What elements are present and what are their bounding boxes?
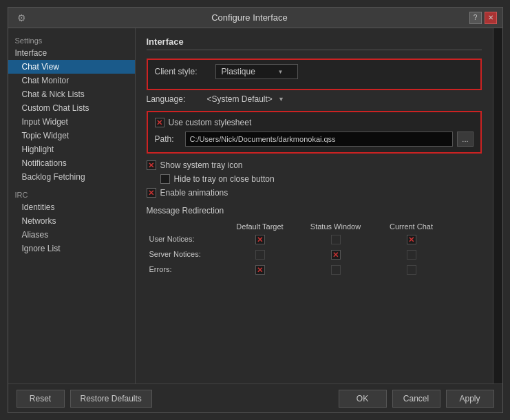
mr-server-notices-current-checkbox[interactable]: [407, 250, 416, 260]
sidebar-item-interface-group[interactable]: Interface: [8, 46, 135, 60]
section-title: Interface: [147, 36, 482, 50]
hide-tray-row: ✕ Hide to tray on close button: [160, 174, 482, 184]
sidebar-item-chat-nick-lists[interactable]: Chat & Nick Lists: [8, 87, 135, 101]
sidebar-item-backlog-fetching[interactable]: Backlog Fetching: [8, 170, 135, 184]
language-label: Language:: [147, 94, 202, 104]
sidebar: Settings Interface Chat View Chat Monito…: [8, 28, 136, 384]
mr-server-notices-default-checkbox[interactable]: [255, 250, 265, 260]
irc-label: IRC: [8, 188, 135, 200]
mr-header-empty: [147, 221, 222, 232]
message-redirection-grid: Default Target Status Window Current Cha…: [147, 221, 482, 277]
mr-errors-current: [374, 262, 449, 277]
language-row: Language: <System Default> ▼: [147, 94, 482, 104]
language-value: <System Default>: [207, 94, 273, 104]
mr-server-notices-default: [222, 247, 298, 262]
mr-server-notices-current: [374, 247, 449, 262]
show-system-tray-row: ✕ Show system tray icon: [147, 160, 482, 170]
sidebar-item-highlight[interactable]: Highlight: [8, 143, 135, 156]
ok-button[interactable]: OK: [339, 390, 387, 408]
hide-tray-checkbox[interactable]: ✕: [160, 174, 170, 184]
mr-server-notices-status: ✕: [298, 247, 374, 262]
apply-button[interactable]: Apply: [446, 390, 494, 408]
sidebar-item-ignore-list[interactable]: Ignore List: [8, 242, 135, 255]
path-row: Path: ...: [155, 132, 474, 147]
mr-user-notices-default: ✕: [222, 232, 298, 247]
dialog-title: Configure Interface: [30, 12, 469, 23]
client-style-box: Client style: Plastique: [147, 59, 482, 90]
mr-user-notices-default-checkbox[interactable]: ✕: [255, 235, 265, 244]
client-style-dropdown[interactable]: Plastique: [215, 64, 298, 79]
sidebar-item-chat-view[interactable]: Chat View: [8, 60, 135, 74]
sidebar-item-topic-widget[interactable]: Topic Widget: [8, 129, 135, 143]
mr-user-notices-current: ✕: [374, 232, 449, 247]
mr-user-notices-status-checkbox[interactable]: [331, 235, 341, 244]
enable-animations-label: Enable animations: [160, 188, 229, 198]
cancel-button[interactable]: Cancel: [392, 390, 440, 408]
sidebar-item-custom-chat-lists[interactable]: Custom Chat Lists: [8, 101, 135, 115]
show-system-tray-label: Show system tray icon: [160, 160, 243, 170]
enable-animations-checkbox[interactable]: ✕: [147, 188, 156, 198]
mr-header-default-target: Default Target: [222, 221, 298, 232]
main-content: Interface Client style: Plastique Langua…: [136, 28, 493, 384]
title-bar-buttons: ? ✕: [469, 12, 497, 24]
hide-tray-label: Hide to tray on close button: [174, 174, 275, 184]
settings-label: Settings: [8, 34, 135, 46]
sidebar-item-input-widget[interactable]: Input Widget: [8, 115, 135, 129]
mr-errors-status-checkbox[interactable]: [331, 265, 341, 275]
mr-header-current-chat: Current Chat: [374, 221, 449, 232]
footer-left-buttons: Reset Restore Defaults: [17, 390, 333, 408]
sidebar-item-aliases[interactable]: Aliases: [8, 228, 135, 242]
mr-user-notices-label: User Notices:: [147, 232, 222, 247]
sidebar-item-chat-monitor[interactable]: Chat Monitor: [8, 74, 135, 87]
dialog-body: Settings Interface Chat View Chat Monito…: [8, 28, 502, 384]
mr-header-status-window: Status Window: [298, 221, 374, 232]
mr-errors-current-checkbox[interactable]: [407, 265, 416, 275]
scrollbar[interactable]: [493, 28, 502, 384]
mr-user-notices-status: [298, 232, 374, 247]
sidebar-item-networks[interactable]: Networks: [8, 214, 135, 228]
custom-stylesheet-box: ✕ Use custom stylesheet Path: ...: [147, 111, 482, 154]
path-label: Path:: [155, 134, 181, 144]
client-style-row: Client style: Plastique: [155, 64, 474, 79]
mr-errors-default-checkbox[interactable]: ✕: [255, 265, 265, 275]
use-custom-stylesheet-row: ✕ Use custom stylesheet: [155, 118, 474, 127]
mr-user-notices-current-checkbox[interactable]: ✕: [407, 235, 416, 244]
use-custom-stylesheet-checkbox[interactable]: ✕: [155, 118, 164, 127]
reset-button[interactable]: Reset: [17, 390, 65, 408]
use-custom-stylesheet-label: Use custom stylesheet: [169, 118, 252, 127]
title-bar: ⚙ Configure Interface ? ✕: [8, 8, 502, 28]
mr-errors-status: [298, 262, 374, 277]
sidebar-item-identities[interactable]: Identities: [8, 200, 135, 214]
sidebar-item-notifications[interactable]: Notifications: [8, 156, 135, 170]
message-redirection-section: Message Redirection Default Target Statu…: [147, 206, 482, 277]
enable-animations-row: ✕ Enable animations: [147, 188, 482, 198]
mr-errors-default: ✕: [222, 262, 298, 277]
mr-server-notices-status-checkbox[interactable]: ✕: [331, 250, 341, 260]
language-dropdown-arrow[interactable]: ▼: [278, 96, 284, 103]
dialog-footer: Reset Restore Defaults OK Cancel Apply: [8, 384, 502, 412]
show-system-tray-checkbox[interactable]: ✕: [147, 160, 156, 170]
browse-button[interactable]: ...: [457, 132, 473, 147]
mr-server-notices-label: Server Notices:: [147, 247, 222, 262]
configure-interface-dialog: ⚙ Configure Interface ? ✕ Settings Inter…: [8, 7, 503, 413]
mr-errors-label: Errors:: [147, 262, 222, 277]
path-input[interactable]: [185, 132, 454, 147]
client-style-label: Client style:: [155, 67, 210, 76]
help-button[interactable]: ?: [469, 12, 482, 24]
restore-defaults-button[interactable]: Restore Defaults: [70, 390, 152, 408]
message-redirection-title: Message Redirection: [147, 206, 482, 216]
wrench-icon: ⚙: [14, 8, 30, 28]
close-button[interactable]: ✕: [485, 12, 497, 24]
